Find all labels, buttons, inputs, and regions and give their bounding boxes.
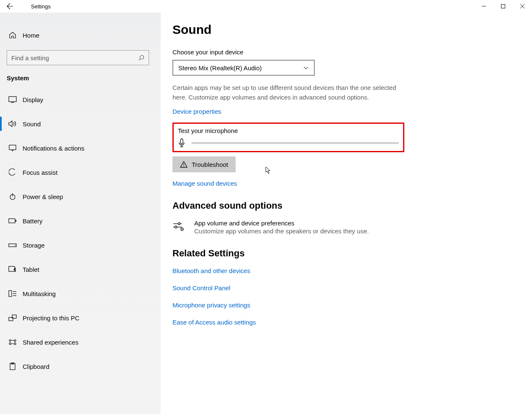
sidebar-item-sound[interactable]: Sound (0, 114, 161, 133)
search-icon (138, 55, 144, 61)
svg-point-12 (15, 245, 15, 246)
troubleshoot-button[interactable]: Troubleshoot (172, 156, 236, 172)
sidebar-item-battery[interactable]: Battery (0, 211, 161, 230)
svg-point-22 (9, 343, 11, 345)
shared-experiences-icon (7, 339, 18, 345)
svg-rect-1 (501, 5, 505, 8)
device-properties-link[interactable]: Device properties (172, 108, 520, 115)
sidebar-item-label: Tablet (23, 266, 39, 273)
sidebar-item-home[interactable]: Home (0, 27, 161, 43)
sidebar-item-projecting[interactable]: Projecting to this PC (0, 308, 161, 327)
microphone-icon (178, 138, 185, 148)
storage-icon (7, 243, 18, 248)
link-microphone-privacy[interactable]: Microphone privacy settings (172, 302, 520, 309)
troubleshoot-label: Troubleshoot (192, 161, 228, 168)
sidebar-section-label: System (0, 74, 161, 82)
arrow-left-icon (7, 3, 13, 10)
svg-rect-4 (9, 97, 16, 102)
svg-rect-10 (15, 220, 16, 222)
manage-sound-devices-link[interactable]: Manage sound devices (172, 180, 520, 187)
svg-point-23 (14, 343, 16, 345)
sidebar-item-label: Multitasking (23, 290, 56, 297)
svg-point-21 (14, 340, 16, 341)
svg-rect-13 (9, 266, 15, 271)
input-help-text: Certain apps may be set up to use differ… (172, 83, 398, 102)
projecting-icon (7, 314, 18, 321)
focus-assist-icon (7, 169, 18, 176)
sidebar-item-multitasking[interactable]: Multitasking (0, 284, 161, 303)
sidebar-item-label: Display (23, 96, 43, 103)
mic-level-bar (191, 142, 399, 144)
sliders-icon (172, 221, 187, 232)
sidebar-item-clipboard[interactable]: Clipboard (0, 357, 161, 376)
page-title: Sound (172, 23, 520, 37)
sidebar-item-label: Storage (23, 242, 45, 249)
link-sound-control-panel[interactable]: Sound Control Panel (172, 284, 520, 291)
svg-rect-6 (9, 145, 16, 150)
search-input[interactable]: Find a setting (7, 50, 149, 65)
sidebar: Home Find a setting System Display Sound… (0, 13, 161, 414)
battery-icon (7, 218, 18, 223)
svg-point-2 (140, 55, 144, 59)
minimize-icon (481, 4, 486, 9)
app-volume-preferences[interactable]: App volume and device preferences Custom… (172, 220, 520, 235)
home-label: Home (23, 32, 39, 39)
svg-point-34 (175, 226, 177, 228)
minimize-button[interactable] (474, 0, 493, 13)
warning-icon (180, 161, 188, 168)
related-settings-title: Related Settings (172, 248, 520, 259)
svg-rect-14 (9, 291, 12, 296)
svg-rect-24 (10, 363, 15, 370)
back-button[interactable] (0, 0, 20, 13)
link-bluetooth-devices[interactable]: Bluetooth and other devices (172, 267, 520, 274)
window-controls (474, 0, 532, 13)
close-icon (520, 4, 525, 9)
svg-point-20 (9, 340, 11, 341)
sidebar-item-tablet[interactable]: Tablet (0, 260, 161, 279)
sidebar-item-focus-assist[interactable]: Focus assist (0, 163, 161, 182)
dropdown-value: Stereo Mix (Realtek(R) Audio) (178, 64, 303, 72)
multitasking-icon (7, 290, 18, 297)
titlebar: Settings (0, 0, 532, 13)
input-device-dropdown[interactable]: Stereo Mix (Realtek(R) Audio) (172, 60, 315, 76)
svg-rect-9 (9, 219, 15, 223)
test-microphone-section: Test your microphone (172, 123, 404, 152)
home-icon (7, 31, 18, 39)
svg-point-30 (183, 166, 184, 167)
chevron-down-icon (303, 65, 309, 71)
main-content: Sound Choose your input device Stereo Mi… (161, 13, 532, 414)
clipboard-icon (7, 363, 18, 370)
input-device-label: Choose your input device (172, 49, 520, 56)
link-ease-of-access-audio[interactable]: Ease of Access audio settings (172, 319, 520, 326)
maximize-icon (501, 4, 506, 9)
sidebar-item-storage[interactable]: Storage (0, 235, 161, 255)
sidebar-item-label: Focus assist (23, 169, 57, 176)
close-button[interactable] (513, 0, 532, 13)
window-title: Settings (31, 3, 51, 10)
sidebar-item-label: Projecting to this PC (23, 314, 80, 322)
tablet-icon (7, 266, 18, 273)
maximize-button[interactable] (493, 0, 513, 13)
display-icon (7, 96, 18, 103)
svg-point-32 (178, 223, 180, 225)
pref-title: App volume and device preferences (194, 220, 369, 227)
sidebar-item-shared-experiences[interactable]: Shared experiences (0, 332, 161, 352)
svg-rect-26 (180, 139, 183, 144)
notifications-icon (7, 145, 18, 151)
mic-level-row (178, 138, 399, 148)
sidebar-item-label: Sound (23, 120, 41, 128)
sidebar-item-label: Notifications & actions (23, 145, 85, 152)
sidebar-item-notifications[interactable]: Notifications & actions (0, 138, 161, 158)
sidebar-item-label: Clipboard (23, 363, 49, 370)
sidebar-item-label: Power & sleep (23, 193, 63, 200)
sidebar-item-display[interactable]: Display (0, 90, 161, 109)
svg-line-3 (139, 59, 141, 60)
test-microphone-label: Test your microphone (178, 127, 399, 134)
advanced-options-title: Advanced sound options (172, 200, 520, 211)
pref-subtitle: Customize app volumes and the speakers o… (194, 227, 369, 235)
sidebar-item-power-sleep[interactable]: Power & sleep (0, 187, 161, 206)
sidebar-item-label: Shared experiences (23, 339, 78, 346)
search-placeholder: Find a setting (11, 54, 138, 61)
sidebar-item-label: Battery (23, 217, 43, 225)
power-icon (7, 193, 18, 200)
